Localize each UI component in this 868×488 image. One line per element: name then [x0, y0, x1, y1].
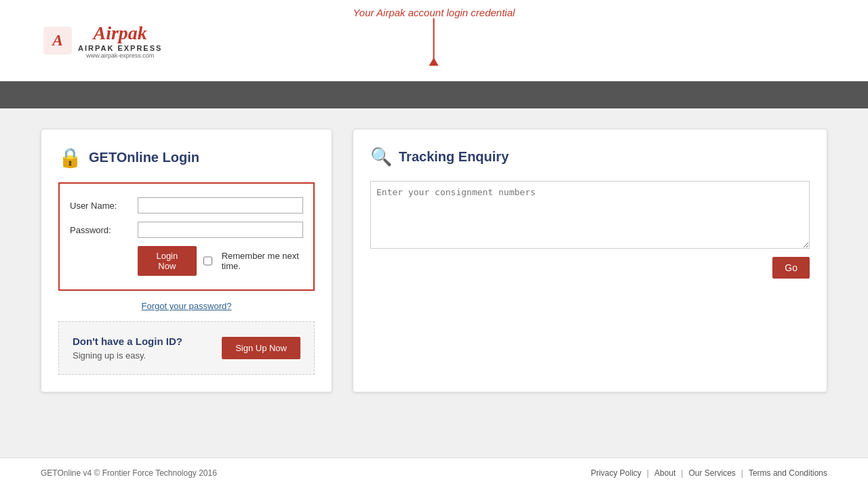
login-form-box: User Name: Password: Login Now Remember …	[58, 182, 315, 291]
logo-wrapper: A Airpak AIRPAK EXPRESS www.airpak-expre…	[41, 22, 162, 59]
login-button[interactable]: Login Now	[138, 246, 197, 276]
remember-checkbox[interactable]	[203, 256, 212, 266]
forgot-password-link[interactable]: Forgot your password?	[58, 301, 315, 311]
footer: GETOnline v4 © Frontier Force Technology…	[0, 458, 868, 488]
footer-services-link[interactable]: Our Services	[688, 468, 735, 478]
tracking-title-text: Tracking Enquiry	[399, 149, 509, 165]
logo-area: Airpak AIRPAK EXPRESS www.airpak-express…	[78, 22, 162, 59]
arrow-down-icon	[433, 18, 435, 59]
footer-copyright: GETOnline v4 © Frontier Force Technology…	[41, 468, 217, 478]
password-row: Password:	[70, 222, 303, 238]
footer-links: Privacy Policy | About | Our Services | …	[591, 468, 827, 478]
username-label: User Name:	[70, 201, 138, 211]
navbar	[0, 81, 868, 108]
consignment-textarea[interactable]	[370, 181, 810, 249]
tracking-title: 🔍 Tracking Enquiry	[370, 146, 810, 167]
signup-button[interactable]: Sign Up Now	[222, 337, 300, 359]
footer-about-link[interactable]: About	[654, 468, 675, 478]
login-card: 🔒 GETOnline Login User Name: Password: L…	[41, 129, 332, 392]
header: A Airpak AIRPAK EXPRESS www.airpak-expre…	[0, 0, 868, 81]
login-actions: Login Now Remember me next time.	[70, 246, 303, 276]
credential-text: Your Airpak account login credential	[353, 7, 515, 18]
magnifier-icon: 🔍	[370, 146, 392, 167]
username-input[interactable]	[138, 197, 303, 214]
tracking-actions: Go	[370, 257, 810, 279]
footer-privacy-link[interactable]: Privacy Policy	[591, 468, 642, 478]
signup-box: Don't have a Login ID? Signing up is eas…	[58, 321, 315, 375]
remember-label: Remember me next time.	[222, 251, 303, 271]
svg-text:A: A	[51, 30, 63, 48]
signup-text: Don't have a Login ID? Signing up is eas…	[73, 336, 182, 361]
logo-subtext: AIRPAK EXPRESS	[78, 44, 162, 52]
password-input[interactable]	[138, 222, 303, 238]
signup-subtitle: Signing up is easy.	[73, 350, 182, 361]
credential-annotation: Your Airpak account login credential	[353, 7, 515, 59]
go-button[interactable]: Go	[772, 257, 810, 279]
logo-text: Airpak	[94, 22, 147, 44]
username-row: User Name:	[70, 197, 303, 214]
lock-icon: 🔒	[58, 146, 82, 169]
logo-url: www.airpak-express.com	[86, 52, 154, 59]
airpak-logo-icon: A	[41, 24, 75, 58]
main-content: 🔒 GETOnline Login User Name: Password: L…	[0, 108, 868, 413]
password-label: Password:	[70, 225, 138, 235]
login-title-text: GETOnline Login	[89, 150, 199, 165]
footer-terms-link[interactable]: Terms and Conditions	[749, 468, 827, 478]
signup-title: Don't have a Login ID?	[73, 336, 182, 347]
login-card-title: 🔒 GETOnline Login	[58, 146, 315, 169]
tracking-card: 🔍 Tracking Enquiry Go	[353, 129, 827, 392]
